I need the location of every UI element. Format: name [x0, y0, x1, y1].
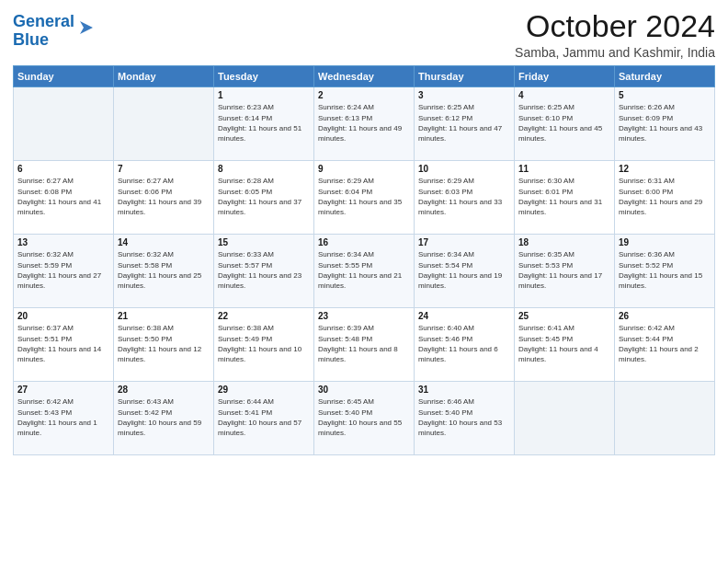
- calendar-cell: 4Sunrise: 6:25 AMSunset: 6:10 PMDaylight…: [515, 87, 615, 161]
- cell-info: Sunrise: 6:34 AMSunset: 5:54 PMDaylight:…: [418, 249, 510, 291]
- header-day-thursday: Thursday: [415, 66, 515, 87]
- calendar-cell: 8Sunrise: 6:28 AMSunset: 6:05 PMDaylight…: [214, 161, 314, 235]
- cell-info: Sunrise: 6:38 AMSunset: 5:50 PMDaylight:…: [118, 323, 210, 364]
- day-number: 10: [418, 164, 510, 174]
- calendar-cell: 25Sunrise: 6:41 AMSunset: 5:45 PMDayligh…: [515, 308, 615, 382]
- cell-info: Sunrise: 6:34 AMSunset: 5:55 PMDaylight:…: [318, 249, 410, 291]
- calendar-week-2: 6Sunrise: 6:27 AMSunset: 6:08 PMDaylight…: [14, 161, 715, 235]
- cell-info: Sunrise: 6:23 AMSunset: 6:14 PMDaylight:…: [218, 102, 310, 144]
- cell-info: Sunrise: 6:32 AMSunset: 5:59 PMDaylight:…: [17, 249, 109, 291]
- calendar-cell: 16Sunrise: 6:34 AMSunset: 5:55 PMDayligh…: [314, 235, 415, 308]
- day-number: 24: [418, 311, 510, 321]
- cell-info: Sunrise: 6:27 AMSunset: 6:08 PMDaylight:…: [17, 176, 109, 217]
- calendar-cell: [14, 87, 114, 161]
- calendar-cell: 5Sunrise: 6:26 AMSunset: 6:09 PMDaylight…: [615, 87, 715, 161]
- cell-info: Sunrise: 6:32 AMSunset: 5:58 PMDaylight:…: [118, 249, 210, 291]
- calendar-cell: [515, 382, 615, 455]
- calendar-cell: 28Sunrise: 6:43 AMSunset: 5:42 PMDayligh…: [114, 382, 214, 455]
- page-header: GeneralBlue October 2024 Samba, Jammu an…: [13, 9, 715, 60]
- day-number: 8: [218, 164, 310, 174]
- location-subtitle: Samba, Jammu and Kashmir, India: [515, 45, 715, 60]
- calendar-cell: 14Sunrise: 6:32 AMSunset: 5:58 PMDayligh…: [114, 235, 214, 308]
- calendar-cell: 15Sunrise: 6:33 AMSunset: 5:57 PMDayligh…: [214, 235, 314, 308]
- calendar-week-4: 20Sunrise: 6:37 AMSunset: 5:51 PMDayligh…: [14, 308, 715, 382]
- calendar-cell: 24Sunrise: 6:40 AMSunset: 5:46 PMDayligh…: [415, 308, 515, 382]
- header-day-friday: Friday: [515, 66, 615, 87]
- day-number: 2: [318, 90, 410, 100]
- calendar-cell: 31Sunrise: 6:46 AMSunset: 5:40 PMDayligh…: [415, 382, 515, 455]
- svg-marker-0: [80, 21, 93, 34]
- day-number: 18: [518, 237, 610, 247]
- cell-info: Sunrise: 6:29 AMSunset: 6:04 PMDaylight:…: [318, 176, 410, 217]
- calendar-cell: 3Sunrise: 6:25 AMSunset: 6:12 PMDaylight…: [415, 87, 515, 161]
- cell-info: Sunrise: 6:41 AMSunset: 5:45 PMDaylight:…: [518, 323, 610, 364]
- cell-info: Sunrise: 6:42 AMSunset: 5:43 PMDaylight:…: [17, 396, 109, 438]
- logo-text: GeneralBlue: [13, 13, 74, 50]
- day-number: 7: [118, 164, 210, 174]
- day-number: 20: [17, 311, 109, 321]
- day-number: 19: [619, 237, 711, 247]
- calendar-cell: 29Sunrise: 6:44 AMSunset: 5:41 PMDayligh…: [214, 382, 314, 455]
- calendar-cell: 22Sunrise: 6:38 AMSunset: 5:49 PMDayligh…: [214, 308, 314, 382]
- day-number: 1: [218, 90, 310, 100]
- calendar-cell: 26Sunrise: 6:42 AMSunset: 5:44 PMDayligh…: [615, 308, 715, 382]
- cell-info: Sunrise: 6:40 AMSunset: 5:46 PMDaylight:…: [418, 323, 510, 364]
- calendar-week-1: 1Sunrise: 6:23 AMSunset: 6:14 PMDaylight…: [14, 87, 715, 161]
- calendar-cell: 2Sunrise: 6:24 AMSunset: 6:13 PMDaylight…: [314, 87, 415, 161]
- cell-info: Sunrise: 6:44 AMSunset: 5:41 PMDaylight:…: [218, 396, 310, 438]
- header-day-wednesday: Wednesday: [314, 66, 415, 87]
- day-number: 29: [218, 385, 310, 395]
- cell-info: Sunrise: 6:28 AMSunset: 6:05 PMDaylight:…: [218, 176, 310, 217]
- calendar-cell: 19Sunrise: 6:36 AMSunset: 5:52 PMDayligh…: [615, 235, 715, 308]
- cell-info: Sunrise: 6:26 AMSunset: 6:09 PMDaylight:…: [619, 102, 711, 144]
- calendar-week-3: 13Sunrise: 6:32 AMSunset: 5:59 PMDayligh…: [14, 235, 715, 308]
- day-number: 27: [17, 385, 109, 395]
- calendar-cell: [615, 382, 715, 455]
- calendar-cell: 12Sunrise: 6:31 AMSunset: 6:00 PMDayligh…: [615, 161, 715, 235]
- day-number: 28: [118, 385, 210, 395]
- day-number: 6: [17, 164, 109, 174]
- day-number: 13: [17, 237, 109, 247]
- calendar-cell: 20Sunrise: 6:37 AMSunset: 5:51 PMDayligh…: [14, 308, 114, 382]
- cell-info: Sunrise: 6:33 AMSunset: 5:57 PMDaylight:…: [218, 249, 310, 291]
- cell-info: Sunrise: 6:24 AMSunset: 6:13 PMDaylight:…: [318, 102, 410, 144]
- cell-info: Sunrise: 6:42 AMSunset: 5:44 PMDaylight:…: [619, 323, 711, 364]
- cell-info: Sunrise: 6:27 AMSunset: 6:06 PMDaylight:…: [118, 176, 210, 217]
- calendar-cell: 30Sunrise: 6:45 AMSunset: 5:40 PMDayligh…: [314, 382, 415, 455]
- cell-info: Sunrise: 6:39 AMSunset: 5:48 PMDaylight:…: [318, 323, 410, 364]
- cell-info: Sunrise: 6:36 AMSunset: 5:52 PMDaylight:…: [619, 249, 711, 291]
- header-day-sunday: Sunday: [14, 66, 114, 87]
- calendar-cell: 18Sunrise: 6:35 AMSunset: 5:53 PMDayligh…: [515, 235, 615, 308]
- day-number: 25: [518, 311, 610, 321]
- cell-info: Sunrise: 6:31 AMSunset: 6:00 PMDaylight:…: [619, 176, 711, 217]
- day-number: 26: [619, 311, 711, 321]
- day-number: 3: [418, 90, 510, 100]
- calendar-cell: 1Sunrise: 6:23 AMSunset: 6:14 PMDaylight…: [214, 87, 314, 161]
- calendar-cell: [114, 87, 214, 161]
- day-number: 23: [318, 311, 410, 321]
- day-number: 22: [218, 311, 310, 321]
- header-day-monday: Monday: [114, 66, 214, 87]
- calendar-cell: 10Sunrise: 6:29 AMSunset: 6:03 PMDayligh…: [415, 161, 515, 235]
- calendar-cell: 11Sunrise: 6:30 AMSunset: 6:01 PMDayligh…: [515, 161, 615, 235]
- day-number: 21: [118, 311, 210, 321]
- calendar-cell: 21Sunrise: 6:38 AMSunset: 5:50 PMDayligh…: [114, 308, 214, 382]
- cell-info: Sunrise: 6:29 AMSunset: 6:03 PMDaylight:…: [418, 176, 510, 217]
- day-number: 30: [318, 385, 410, 395]
- cell-info: Sunrise: 6:30 AMSunset: 6:01 PMDaylight:…: [518, 176, 610, 217]
- title-section: October 2024 Samba, Jammu and Kashmir, I…: [515, 9, 715, 60]
- header-day-tuesday: Tuesday: [214, 66, 314, 87]
- day-number: 16: [318, 237, 410, 247]
- day-number: 9: [318, 164, 410, 174]
- day-number: 31: [418, 385, 510, 395]
- header-row: SundayMondayTuesdayWednesdayThursdayFrid…: [14, 66, 715, 87]
- logo-arrow-icon: [76, 17, 97, 38]
- calendar-cell: 7Sunrise: 6:27 AMSunset: 6:06 PMDaylight…: [114, 161, 214, 235]
- logo: GeneralBlue: [13, 13, 97, 50]
- calendar-cell: 23Sunrise: 6:39 AMSunset: 5:48 PMDayligh…: [314, 308, 415, 382]
- calendar-table: SundayMondayTuesdayWednesdayThursdayFrid…: [13, 65, 715, 455]
- day-number: 17: [418, 237, 510, 247]
- day-number: 12: [619, 164, 711, 174]
- calendar-cell: 17Sunrise: 6:34 AMSunset: 5:54 PMDayligh…: [415, 235, 515, 308]
- calendar-week-5: 27Sunrise: 6:42 AMSunset: 5:43 PMDayligh…: [14, 382, 715, 455]
